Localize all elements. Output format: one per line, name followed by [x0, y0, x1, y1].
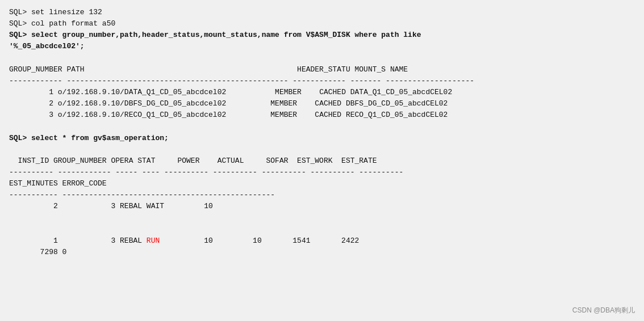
line-2: SQL> col path format a50 [9, 19, 115, 28]
row3-name: RECO_Q1_CD_05_abcdCEL02 [346, 111, 448, 119]
watermark-text: CSDN @DBA狗剩儿 [572, 306, 635, 315]
row2-status: MEMBER [270, 99, 297, 108]
row1-num: 1 o/192.168.9.10/DATA_Q1_CD_05_abcdcel02 [49, 88, 226, 96]
terminal-output: SQL> set linesize 132 SQL> col path form… [9, 7, 635, 258]
row1-name: DATA_Q1_CD_05_abcdCEL02 [350, 88, 452, 96]
row1-status: MEMBER [275, 88, 302, 96]
line-1: SQL> set linesize 132 [9, 8, 102, 16]
data2-row2a: 1 3 REBAL RUN 10 10 1541 2422 [9, 236, 359, 245]
col-header: GROUP_NUMBER PATH HEADER_STATU MOUNT_S N… [9, 65, 408, 74]
line-3: SQL> select group_number,path,header_sta… [9, 31, 421, 39]
row2-name: DBFS_DG_CD_05_abcdCEL02 [346, 99, 448, 108]
col-divider-3: ----------- ----------------------------… [9, 191, 275, 199]
row2-num: 2 o/192.168.9.10/DBFS_DG_CD_05_abcdcel02 [49, 99, 226, 108]
col-divider-2: ---------- ------------ ----- ---- -----… [9, 168, 403, 176]
row1-mount: CACHED [319, 88, 346, 96]
col-divider: ------------ ---------------------------… [9, 77, 474, 85]
row3-status: MEMBER [270, 111, 297, 119]
col-header-3: EST_MINUTES ERROR_CODE [9, 179, 107, 188]
row3-mount: CACHED [315, 111, 341, 119]
data2-row2b: 7298 0 [9, 248, 66, 256]
run-label: RUN [147, 236, 160, 245]
row3-num: 3 o/192.168.9.10/RECO_Q1_CD_05_abcdcel02 [49, 111, 226, 119]
line-4: '%_05_abcdcel02'; [9, 42, 85, 50]
terminal-content: SQL> set linesize 132 SQL> col path form… [9, 7, 635, 258]
data2-row1: 2 3 REBAL WAIT 10 [9, 202, 213, 210]
col-header-2: INST_ID GROUP_NUMBER OPERA STAT POWER AC… [9, 157, 377, 165]
sql-cmd-2: SQL> select * from gv$asm_operation; [9, 134, 169, 142]
row2-mount: CACHED [315, 99, 341, 108]
